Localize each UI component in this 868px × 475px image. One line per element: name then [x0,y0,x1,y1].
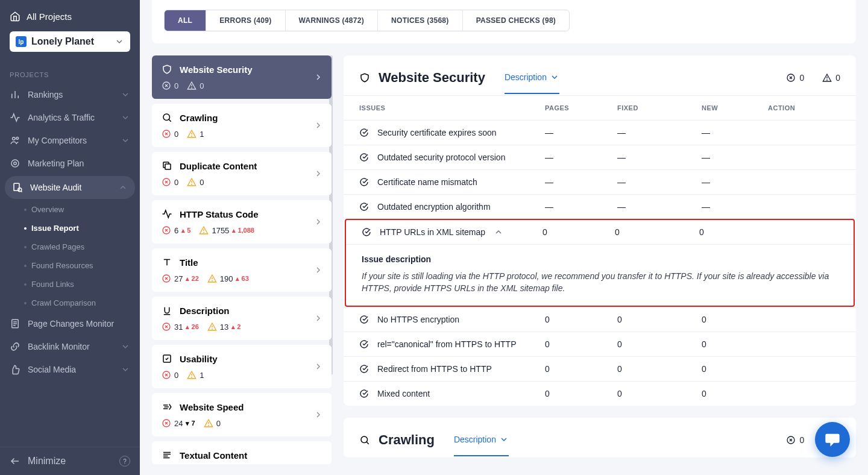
speed-icon [162,401,172,412]
check-icon [359,339,369,349]
category-description[interactable]: Description 31▴ 26 13▴ 2 [152,297,332,340]
main-content: ALL ERRORS (409) WARNINGS (4872) NOTICES… [140,0,868,475]
warning-icon [187,81,197,90]
chevron-right-icon [313,217,323,227]
nav-sub-crawled-pages[interactable]: Crawled Pages [0,238,140,256]
issue-row[interactable]: Mixed content000 [344,381,856,406]
pulse-icon [162,209,172,219]
chevron-down-icon [121,342,130,351]
panel-title: Crawling [379,432,435,448]
issue-row[interactable]: rel="canonical" from HTTPS to HTTP000 [344,332,856,356]
bars-icon [10,89,20,100]
chat-icon [824,431,841,448]
nav-website-audit[interactable]: Website Audit [5,176,135,199]
tab-errors[interactable]: ERRORS (409) [206,10,285,31]
category-duplicate[interactable]: Duplicate Content 0 0 [152,152,332,195]
description-dropdown[interactable]: Description [454,435,509,456]
warning-icon [204,418,213,428]
nav-sub-overview[interactable]: Overview [0,200,140,219]
issue-description-block: Issue description If your site is still … [346,244,854,306]
chevron-down-icon [121,136,130,145]
category-speed[interactable]: Website Speed 24▾ 7 0 [152,393,332,436]
chevron-up-icon [494,227,503,237]
issue-row[interactable]: Redirect from HTTPS to HTTP000 [344,356,856,381]
pulse-icon [10,112,20,123]
error-icon [162,225,171,235]
warning-icon [187,370,197,380]
chat-fab[interactable] [815,422,850,457]
detail-column: Website Security Description 0 0 ISSUES … [344,55,856,458]
category-title[interactable]: Title 27▴ 22 190▴ 63 [152,248,332,292]
all-projects-link[interactable]: All Projects [10,8,130,31]
issue-row[interactable]: Security certificate expires soon——— [344,120,856,145]
page-icon [10,318,20,329]
chevron-right-icon [313,121,323,130]
project-badge: lp [16,36,27,47]
check-icon [359,389,369,398]
tab-passed[interactable]: PASSED CHECKS (98) [463,10,570,31]
nav-analytics[interactable]: Analytics & Traffic [0,106,140,129]
issue-row[interactable]: Certificate name mismatch——— [344,169,856,194]
nav-competitors[interactable]: My Competitors [0,129,140,152]
link-icon [10,341,20,352]
nav-sub-issue-report[interactable]: Issue Report [0,219,140,238]
issue-row-expanded[interactable]: HTTP URLs in XML sitemap 000 [346,220,854,244]
issue-row[interactable]: Outdated security protocol version——— [344,145,856,169]
issue-description-text: If your site is still loading via the HT… [362,270,838,295]
nav-rankings[interactable]: Rankings [0,83,140,106]
error-icon [786,73,796,83]
chevron-down-icon [499,435,509,444]
tab-all[interactable]: ALL [165,10,206,31]
search-icon [162,112,172,123]
filter-tabs: ALL ERRORS (409) WARNINGS (4872) NOTICES… [164,10,570,31]
chevron-down-icon [121,113,130,122]
chevron-right-icon [313,362,323,371]
category-crawling[interactable]: Crawling 0 1 [152,104,332,147]
nav-sub-found-links[interactable]: Found Links [0,275,140,294]
error-icon [786,435,796,445]
chevron-right-icon [313,265,323,275]
issue-row[interactable]: Outdated encryption algorithm——— [344,194,856,219]
issue-row[interactable]: No HTTPS encryption000 [344,307,856,332]
chevron-right-icon [313,169,323,178]
warning-icon [199,225,209,235]
minimize-button[interactable]: Minimize ? [0,447,140,475]
description-dropdown[interactable]: Description [505,72,559,94]
expanded-issue-highlight: HTTP URLs in XML sitemap 000 Issue descr… [345,219,855,307]
tab-notices[interactable]: NOTICES (3568) [378,10,463,31]
tab-warnings[interactable]: WARNINGS (4872) [286,10,379,31]
all-projects-label: All Projects [27,11,72,22]
category-http-status[interactable]: HTTP Status Code 6▴ 5 1755▴ 1,088 [152,200,332,244]
title-icon [162,257,172,268]
nav-sub-crawl-comparison[interactable]: Crawl Comparison [0,294,140,312]
text-icon [162,450,172,461]
nav-sub-found-resources[interactable]: Found Resources [0,256,140,275]
error-icon [162,322,171,332]
search-icon [359,435,370,445]
nav-marketing[interactable]: Marketing Plan [0,152,140,175]
category-security[interactable]: Website Security 0 0 [152,55,332,99]
error-icon [162,274,171,283]
nav-backlink[interactable]: Backlink Monitor [0,335,140,358]
chevron-up-icon [118,183,128,192]
arrow-left-icon [10,456,20,467]
usability-icon [162,353,172,364]
chevron-right-icon [313,72,323,82]
nav-page-changes[interactable]: Page Changes Monitor [0,312,140,335]
warning-icon [187,177,197,187]
help-icon[interactable]: ? [119,456,130,467]
warning-icon [822,73,832,83]
chevron-down-icon [121,90,130,99]
chevron-down-icon [115,37,124,46]
error-icon [162,370,171,380]
users-icon [10,135,20,146]
category-usability[interactable]: Usability 0 1 [152,345,332,388]
issue-description-heading: Issue description [362,254,838,264]
category-textual[interactable]: Textual Content [152,441,332,464]
check-icon [359,128,369,137]
project-selector[interactable]: lp Lonely Planet [10,31,130,52]
error-icon [162,177,171,187]
home-icon [10,11,20,22]
target-icon [10,158,20,169]
nav-social[interactable]: Social Media [0,358,140,381]
